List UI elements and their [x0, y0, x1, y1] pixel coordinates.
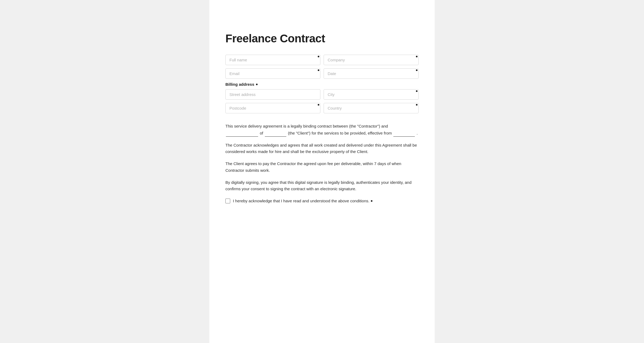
contract-paragraph-2: The Contractor acknowledges and agrees t… — [225, 142, 419, 155]
page-container: Freelance Contract Billing address — [209, 0, 435, 343]
date-input[interactable] — [324, 68, 419, 79]
company-field — [324, 55, 419, 65]
date-field — [324, 68, 419, 79]
effective-date-blank — [393, 130, 415, 137]
acknowledge-checkbox[interactable] — [225, 199, 230, 203]
page-title: Freelance Contract — [225, 32, 419, 45]
full-name-required-dot — [318, 56, 319, 57]
company-input[interactable] — [324, 55, 419, 65]
acknowledge-row: I hereby acknowledge that I have read an… — [225, 198, 419, 204]
date-required-dot — [416, 69, 418, 71]
billing-required-dot — [256, 84, 258, 85]
city-input[interactable] — [324, 89, 419, 100]
country-required-dot — [416, 104, 418, 106]
country-field — [324, 103, 419, 113]
contract-text: This service delivery agreement is a leg… — [225, 123, 419, 204]
email-date-row — [225, 68, 419, 79]
email-required-dot — [318, 69, 319, 71]
contractor-blank — [226, 130, 258, 137]
company-required-dot — [416, 56, 418, 57]
street-city-row — [225, 89, 419, 100]
name-company-row — [225, 55, 419, 65]
city-required-dot — [416, 90, 418, 92]
client-of-blank — [265, 130, 286, 137]
postcode-country-row — [225, 103, 419, 113]
street-address-field — [225, 89, 320, 100]
acknowledge-required-dot — [371, 200, 372, 202]
postcode-required-dot — [318, 104, 319, 106]
full-name-input[interactable] — [225, 55, 320, 65]
contract-paragraph-4: By digitally signing, you agree that thi… — [225, 179, 419, 193]
street-address-input[interactable] — [225, 89, 320, 100]
contract-paragraph-1: This service delivery agreement is a leg… — [225, 123, 419, 137]
email-input[interactable] — [225, 68, 320, 79]
full-name-field — [225, 55, 320, 65]
city-field — [324, 89, 419, 100]
country-input[interactable] — [324, 103, 419, 113]
contract-paragraph-3: The Client agrees to pay the Contractor … — [225, 161, 419, 174]
email-field — [225, 68, 320, 79]
postcode-input[interactable] — [225, 103, 320, 113]
postcode-field — [225, 103, 320, 113]
billing-address-label: Billing address — [225, 82, 419, 87]
acknowledge-label: I hereby acknowledge that I have read an… — [233, 198, 372, 204]
